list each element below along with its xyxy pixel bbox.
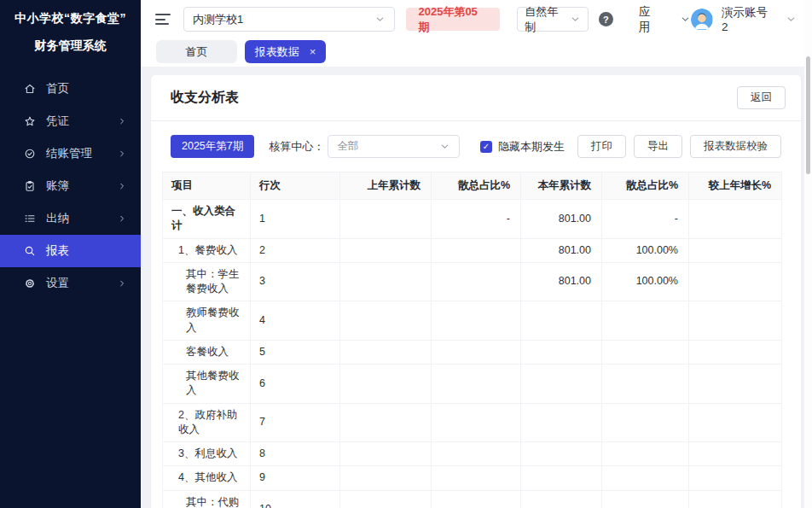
sidebar-item-ledgers[interactable]: 账簿: [0, 170, 141, 202]
gear-icon: [23, 277, 37, 290]
cell-cur-pct: -: [602, 200, 689, 239]
cell-cur-total: 801.00: [521, 262, 602, 301]
topbar: 内测学校1 2025年第05期 自然年制 ? 应用: [141, 0, 812, 38]
cell-cur-total: 801.00: [521, 238, 602, 262]
cell-cur-pct: [602, 442, 689, 466]
cell-item: 3、利息收入: [163, 442, 251, 466]
cell-growth: [689, 466, 782, 490]
table-row[interactable]: 其中：学生餐费收入 3 801.00 100.00%: [163, 262, 782, 301]
chevron-right-icon: [117, 116, 127, 126]
chevron-right-icon: [117, 181, 127, 191]
tab-report-data[interactable]: 报表数据 ×: [245, 40, 326, 63]
sidebar-item-reports[interactable]: 报表: [0, 235, 141, 267]
hide-current-checkbox-row[interactable]: ✓ 隐藏本期发生: [480, 139, 565, 155]
page-title: 收支分析表: [171, 89, 239, 107]
cell-cur-pct: 100.00%: [602, 238, 689, 262]
list-icon: [23, 212, 37, 225]
app-window: 中小学校“数字食堂” 财务管理系统 首页 凭证 结账管理: [0, 0, 812, 508]
chevron-right-icon: [117, 278, 127, 289]
cell-prev-total: [340, 490, 432, 508]
table-row[interactable]: 其中：代购收入 10: [163, 490, 782, 508]
cell-line-no: 5: [251, 340, 340, 364]
sidebar-item-vouchers[interactable]: 凭证: [0, 105, 141, 137]
close-icon[interactable]: ×: [310, 46, 316, 57]
cell-growth: [689, 301, 782, 341]
table-row[interactable]: 客餐收入 5: [163, 340, 782, 364]
tab-home-label: 首页: [186, 44, 208, 60]
sidebar-item-closing[interactable]: 结账管理: [0, 137, 141, 170]
center-label: 核算中心：: [269, 139, 324, 155]
scrollbar-track[interactable]: [804, 0, 812, 508]
account-name: 演示账号2: [722, 5, 774, 33]
sidebar-item-cashier[interactable]: 出纳: [0, 202, 141, 235]
cell-prev-total: [340, 262, 432, 301]
app-title-line1: 中小学校“数字食堂”: [0, 11, 141, 26]
tab-report-label: 报表数据: [255, 44, 299, 60]
table-body: 一、收入类合计 1 - 801.00 - 1、: [163, 200, 782, 508]
cell-prev-pct: [432, 365, 521, 404]
help-icon[interactable]: ?: [599, 12, 613, 26]
cell-cur-total: [521, 365, 602, 404]
chevron-down-icon: [374, 14, 386, 25]
table-header: 项目 行次 上年累计数 散总占比% 本年累计数 散总占比% 较上年增长%: [163, 172, 782, 200]
check-circle-icon: [23, 147, 37, 161]
cell-prev-pct: [432, 340, 521, 364]
export-button[interactable]: 导出: [634, 135, 682, 158]
cell-line-no: 7: [251, 403, 340, 442]
checkbox-checked-icon[interactable]: ✓: [480, 141, 492, 153]
cell-prev-pct: [432, 442, 521, 466]
chevron-right-icon: [117, 149, 127, 159]
cell-cur-total: [521, 340, 602, 364]
cell-prev-total: [340, 403, 432, 442]
cell-prev-pct: [432, 403, 521, 442]
cell-item: 2、政府补助收入: [163, 403, 251, 442]
chevron-down-icon: [786, 14, 797, 25]
validate-button[interactable]: 报表数据校验: [690, 135, 781, 158]
table-row[interactable]: 1、餐费收入 2 801.00 100.00%: [163, 238, 782, 262]
table-row[interactable]: 3、利息收入 8: [163, 442, 782, 466]
cell-cur-total: [521, 490, 602, 508]
col-prev-pct: 散总占比%: [432, 172, 521, 200]
cell-prev-total: [340, 340, 432, 364]
table-row[interactable]: 教师餐费收入 4: [163, 301, 782, 341]
chevron-down-icon: [570, 14, 581, 25]
cell-line-no: 8: [251, 442, 340, 466]
sidebar-item-label: 设置: [46, 276, 117, 291]
table-row[interactable]: 其他餐费收入 6: [163, 365, 782, 404]
tab-home[interactable]: 首页: [156, 40, 237, 63]
account-menu[interactable]: 演示账号2: [691, 5, 797, 33]
school-select[interactable]: 内测学校1: [183, 7, 395, 32]
print-button[interactable]: 打印: [577, 135, 626, 158]
sidebar-item-home[interactable]: 首页: [0, 73, 141, 105]
sidebar-item-settings[interactable]: 设置: [0, 267, 141, 300]
cell-growth: [689, 365, 782, 404]
cell-item: 4、其他收入: [163, 466, 251, 490]
scrollbar-thumb[interactable]: [806, 56, 810, 174]
cell-prev-total: [340, 466, 432, 490]
cell-cur-total: [521, 466, 602, 490]
cell-cur-total: [521, 301, 602, 341]
back-button[interactable]: 返回: [737, 86, 786, 109]
period-badge: 2025年第05期: [406, 8, 500, 31]
cell-cur-pct: [602, 365, 689, 404]
period-button[interactable]: 2025年第7期: [171, 135, 254, 158]
cell-prev-total: [340, 365, 432, 404]
cell-cur-pct: [602, 490, 689, 508]
app-title: 中小学校“数字食堂” 财务管理系统: [0, 0, 141, 54]
table-row[interactable]: 2、政府补助收入 7: [163, 403, 782, 442]
filter-actions: ✓ 隐藏本期发生 打印 导出 报表数据校验: [480, 135, 781, 158]
sidebar-item-label: 首页: [46, 81, 127, 96]
cell-cur-pct: 100.00%: [602, 262, 689, 301]
cell-item: 其中：学生餐费收入: [163, 262, 251, 301]
cell-cur-pct: [602, 403, 689, 442]
table-row[interactable]: 一、收入类合计 1 - 801.00 -: [163, 200, 782, 239]
hamburger-menu-icon[interactable]: [155, 11, 171, 28]
year-mode-select[interactable]: 自然年制: [517, 7, 589, 32]
cell-item: 其中：代购收入: [163, 490, 251, 508]
table-row[interactable]: 4、其他收入 9: [163, 466, 782, 490]
sidebar-item-label: 账簿: [46, 178, 117, 194]
center-select[interactable]: 全部: [328, 135, 460, 158]
cell-line-no: 1: [251, 200, 340, 239]
col-item: 项目: [163, 172, 251, 200]
apps-menu[interactable]: 应用: [639, 4, 692, 35]
